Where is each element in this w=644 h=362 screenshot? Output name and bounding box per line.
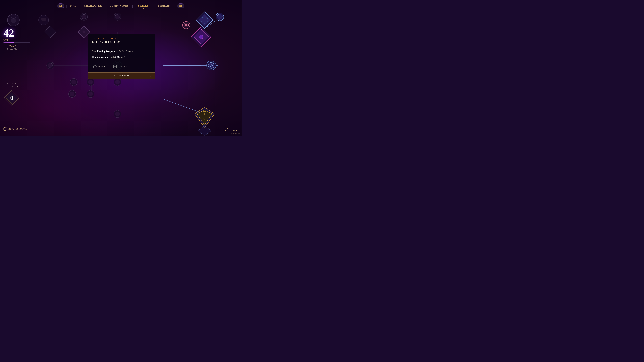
r1-button[interactable]: R1 [177, 3, 184, 8]
popup-skill-title: FIERY RESOLVE [92, 40, 151, 44]
nav-skills[interactable]: SKILLS [137, 4, 150, 8]
popup-divider [92, 47, 151, 47]
popup-actions: ✕ REFUND □ DETAILS [92, 62, 151, 69]
square-button-icon: □ [113, 65, 117, 68]
acquired-label: ACQUIRED [94, 74, 148, 77]
footer-arrow-left: ◂ [92, 74, 93, 77]
highlight-flaming-2: Flaming Weapons [92, 56, 110, 58]
skill-popup: GREATER PASSIVE FIERY RESOLVE Gain Flami… [88, 33, 155, 79]
svg-point-70 [208, 62, 214, 68]
character-icon [7, 13, 20, 27]
footer-arrow-right: ▸ [150, 74, 151, 77]
popup-footer: ◂ ACQUIRED ▸ [88, 72, 155, 79]
highlight-flaming-1: Flaming Weapons [97, 50, 115, 53]
svg-point-61 [217, 14, 222, 19]
details-button[interactable]: □ DETAILS [112, 64, 129, 69]
svg-point-37 [70, 91, 74, 96]
svg-point-39 [88, 91, 93, 96]
popup-description-2: Flaming Weapons lasts 50% longer. [92, 55, 151, 59]
character-name: "Rook" Tom de Riva [7, 45, 18, 50]
svg-point-35 [88, 80, 93, 84]
nav-character[interactable]: CHARACTER [82, 4, 103, 8]
svg-point-19 [115, 14, 120, 19]
nav-separator-4: | [132, 4, 133, 8]
svg-rect-20 [44, 26, 56, 38]
level-label: LVL [3, 39, 9, 41]
nav-separator-6: | [174, 4, 175, 8]
popup-description-1: Gain Flaming Weapons on Perfect Defense. [92, 50, 151, 53]
points-label: POINTS AVAILABLE [3, 82, 20, 88]
svg-point-17 [82, 14, 86, 19]
circle-button-icon: ○ [226, 128, 230, 132]
l1-button[interactable]: L1 [57, 3, 64, 8]
nav-companions[interactable]: COMPANIONS [108, 4, 130, 8]
watermark: THEGAMER [230, 131, 240, 134]
svg-point-41 [115, 112, 120, 116]
svg-marker-73 [198, 126, 211, 136]
svg-point-68 [199, 35, 203, 39]
nav-separator-2: | [80, 4, 81, 8]
svg-point-33 [115, 80, 120, 84]
left-panel: 42 LVL "Rook" Tom de Riva [3, 13, 34, 52]
popup-content: GREATER PASSIVE FIERY RESOLVE Gain Flami… [88, 34, 155, 72]
points-value: 0 [10, 94, 13, 101]
popup-skill-type: GREATER PASSIVE [92, 37, 151, 39]
points-section: POINTS AVAILABLE 0 [3, 82, 20, 108]
nav-separator-1: | [66, 4, 67, 8]
details-label: DETAILS [118, 65, 128, 68]
xp-bar [3, 42, 14, 43]
points-diamond: 0 [3, 89, 20, 106]
triangle-button-icon: △ [3, 127, 7, 131]
nav-map[interactable]: MAP [69, 4, 78, 8]
xp-bar-container [3, 42, 30, 43]
nav-library[interactable]: LIBRARY [157, 4, 172, 8]
top-navigation: L1 | MAP | CHARACTER | COMPANIONS | ✦ SK… [0, 0, 242, 12]
svg-point-22 [82, 30, 85, 33]
nav-separator-5: | [154, 4, 155, 8]
watermark-text: THEGAMER [230, 132, 240, 134]
refund-button[interactable]: ✕ REFUND [92, 64, 109, 69]
sparkle-left: ✦ [135, 5, 136, 7]
refund-points-button[interactable]: △ REFUND POINTS [3, 127, 28, 131]
svg-point-24 [48, 63, 53, 68]
character-nickname: "Rook" [7, 45, 18, 48]
svg-point-1 [13, 18, 14, 19]
sparkle-right: ✦ [150, 5, 152, 7]
level-display: 42 LVL "Rook" Tom de Riva [3, 13, 34, 50]
level-number: 42 [3, 28, 14, 38]
svg-point-31 [72, 80, 76, 84]
highlight-percent: 50% [115, 56, 120, 58]
refund-points-label: REFUND POINTS [8, 128, 28, 130]
nav-separator-3: | [106, 4, 106, 8]
refund-label: REFUND [98, 65, 107, 68]
character-realname: Tom de Riva [7, 48, 18, 50]
x-button-icon: ✕ [93, 65, 96, 68]
